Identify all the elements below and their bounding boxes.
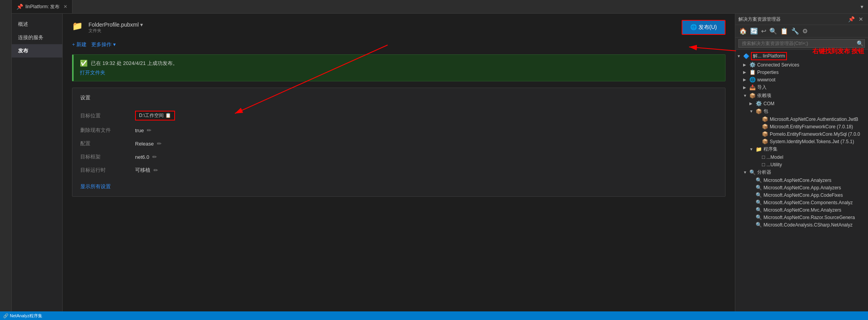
tree-icon-import: 📥 [749, 84, 756, 90]
tree-icon-root: 🔷 [743, 53, 749, 59]
tree-arrow-asm[interactable]: ▼ [749, 147, 756, 151]
se-copy-btn[interactable]: 📋 [780, 27, 789, 36]
tree-arrow-az3 [749, 193, 756, 197]
success-message: 已在 19:32 处 2024/4/21 上成功发布。 [91, 60, 178, 67]
tree-item-analyzers[interactable]: ▼ 🔍 分析器 [735, 168, 868, 176]
tree-arrow-pkgs[interactable]: ▼ [749, 109, 756, 113]
tree-arrow-import[interactable]: ▶ [743, 85, 749, 90]
se-home-btn[interactable]: 🏠 [738, 27, 748, 36]
runtime-edit-icon[interactable]: ✏ [153, 167, 158, 173]
settings-label-framework: 目标框架 [80, 150, 135, 164]
tree-item-az6[interactable]: 🔍 Microsoft.AspNetCore.Razor.SourceGener… [735, 214, 868, 221]
framework-value: net6.0 [135, 154, 149, 160]
config-edit-icon[interactable]: ✏ [157, 140, 162, 147]
se-sync-btn[interactable]: 🔄 [749, 27, 759, 36]
new-button-label: + 新建 [72, 41, 87, 48]
tree-arrow-props[interactable]: ▶ [743, 70, 749, 74]
tab-close-button[interactable]: ✕ [63, 4, 67, 9]
tree-item-az2[interactable]: 🔍 Microsoft.AspNetCore.App.Analyzers [735, 184, 868, 191]
tree-icon-pkg1: 📦 [762, 116, 768, 122]
tree-item-wwwroot[interactable]: ▶ 🌐 wwwroot [735, 76, 868, 83]
tree-item-pkg3[interactable]: 📦 Pomelo.EntityFrameworkCore.MySql (7.0.… [735, 130, 868, 138]
tree-item-pkg1[interactable]: 📦 Microsoft.AspNetCore.Authentication.Jw… [735, 115, 868, 123]
tree-label-az7: Microsoft.CodeAnalysis.CSharp.NetAnalyz [763, 222, 852, 228]
tree-item-packages[interactable]: ▼ 📦 包 [735, 107, 868, 115]
tree-item-pkg4[interactable]: 📦 System.IdentityModel.Tokens.Jwt (7.5.1… [735, 138, 868, 145]
tree-arrow-deps[interactable]: ▼ [743, 93, 749, 98]
tab-bar: 📌 linPlatform: 发布 ✕ ▾ [12, 0, 868, 14]
tree-arrow-az6 [749, 215, 756, 219]
new-button[interactable]: + 新建 [72, 41, 87, 48]
show-all-settings-link[interactable]: 显示所有设置 [80, 183, 111, 190]
tree-arrow-analyzers[interactable]: ▼ [743, 170, 749, 174]
tree-icon-utility: □ [762, 162, 765, 167]
se-close-button[interactable]: ✕ [857, 15, 865, 23]
tree-item-deps[interactable]: ▼ 📦 依赖项 [735, 92, 868, 100]
tree-item-az7[interactable]: 🔍 Microsoft.CodeAnalysis.CSharp.NetAnaly… [735, 221, 868, 228]
publish-button[interactable]: 🌐 发布(U) [682, 20, 725, 35]
delete-files-value: true [135, 128, 144, 133]
tree-icon-deps: 📦 [749, 93, 756, 99]
tree-item-connected-services[interactable]: ▶ ⚙️ Connected Services [735, 61, 868, 68]
tree-item-az3[interactable]: 🔍 Microsoft.AspNetCore.App.CodeFixes [735, 191, 868, 199]
se-refresh-btn[interactable]: ↩ [760, 27, 767, 36]
tree-arrow-www[interactable]: ▶ [743, 77, 749, 82]
tree-label-cs: Connected Services [757, 62, 799, 68]
tree-item-properties[interactable]: ▶ 📋 Properties [735, 68, 868, 76]
tree-item-az5[interactable]: 🔍 Microsoft.AspNetCore.Mvc.Analyzers [735, 206, 868, 214]
tree-expand-root[interactable]: ▼ [737, 54, 743, 58]
tree-icon-az2: 🔍 [756, 185, 762, 191]
profile-dropdown-arrow[interactable]: ▾ [140, 22, 143, 28]
tree-label-az5: Microsoft.AspNetCore.Mvc.Analyzers [763, 207, 841, 213]
tree-arrow-model [756, 155, 762, 159]
action-bar: + 新建 更多操作 ▾ [72, 41, 725, 48]
tree-item-az1[interactable]: 🔍 Microsoft.AspNetCore.Analyzers [735, 176, 868, 184]
se-wrench-btn[interactable]: 🔧 [790, 27, 800, 36]
settings-label-delete-files: 删除现有文件 [80, 124, 135, 137]
tree-icon-pkg4: 📦 [762, 138, 768, 144]
tree-label-pkg3: Pomelo.EntityFrameworkCore.MySql (7.0.0 [770, 131, 860, 137]
tree-label-asm: 程序集 [763, 146, 778, 153]
tree-item-utility[interactable]: □ ...Utility [735, 161, 868, 168]
solution-explorer-header: 解决方案资源管理器 📌 ✕ [735, 14, 868, 25]
tree-icon-model: □ [762, 154, 765, 160]
nav-item-connected-services[interactable]: 连接的服务 [12, 31, 62, 44]
project-name-suffix: linPlatform [763, 53, 785, 59]
publish-page: 📁 FolderProfile.pubxml ▾ 文件夹 🌐 发布(U) [63, 14, 735, 320]
se-pin-button[interactable]: 📌 [846, 15, 856, 23]
open-folder-link[interactable]: 打开文件夹 [80, 70, 105, 76]
tree-label-utility: ...Utility [767, 162, 782, 167]
settings-value-config: Release ✏ [135, 137, 717, 150]
tree-icon-az7: 🔍 [756, 222, 762, 228]
se-settings-btn[interactable]: ⚙ [801, 27, 808, 36]
tree-label-az2: Microsoft.AspNetCore.App.Analyzers [763, 185, 841, 191]
tree-icon-az4: 🔍 [756, 200, 762, 205]
framework-edit-icon[interactable]: ✏ [152, 154, 157, 160]
delete-files-edit-icon[interactable]: ✏ [147, 127, 152, 133]
more-actions-button[interactable]: 更多操作 ▾ [91, 41, 116, 48]
se-search-input[interactable] [738, 39, 865, 48]
tab-label: linPlatform: 发布 [25, 4, 60, 10]
se-filter-btn[interactable]: 🔍 [769, 27, 778, 36]
tree-item-az4[interactable]: 🔍 Microsoft.AspNetCore.Components.Analyz [735, 199, 868, 206]
tab-dropdown-button[interactable]: ▾ [859, 3, 865, 11]
tree-item-com[interactable]: ▶ ⚙️ COM [735, 100, 868, 107]
se-toolbar: 🏠 🔄 ↩ 🔍 📋 🔧 ⚙ [735, 25, 868, 38]
publish-tab[interactable]: 📌 linPlatform: 发布 ✕ [12, 0, 72, 13]
tree-label-deps: 依赖项 [757, 92, 771, 99]
tree-item-assemblies[interactable]: ▼ 📁 程序集 [735, 145, 868, 153]
tree-item-import[interactable]: ▶ 📥 导入 [735, 83, 868, 92]
runtime-value: 可移植 [135, 167, 150, 174]
tree-label-az6: Microsoft.AspNetCore.Razor.SourceGenera [763, 215, 855, 220]
nav-item-publish[interactable]: 发布 [12, 44, 62, 58]
tree-label-az3: Microsoft.AspNetCore.App.CodeFixes [763, 192, 843, 198]
nav-item-overview[interactable]: 概述 [12, 18, 62, 31]
profile-info: FolderProfile.pubxml ▾ 文件夹 [88, 22, 143, 34]
tree-item-model[interactable]: □ ...Model [735, 153, 868, 161]
tree-arrow-az5 [749, 208, 756, 212]
tree-arrow-cs[interactable]: ▶ [743, 63, 749, 67]
bottom-bar: 🔗 NetAnalyz程序集 [0, 311, 868, 320]
tree-arrow-com[interactable]: ▶ [749, 101, 756, 106]
activity-bar [0, 0, 12, 320]
tree-item-pkg2[interactable]: 📦 Microsoft.EntityFrameworkCore (7.0.18) [735, 123, 868, 130]
